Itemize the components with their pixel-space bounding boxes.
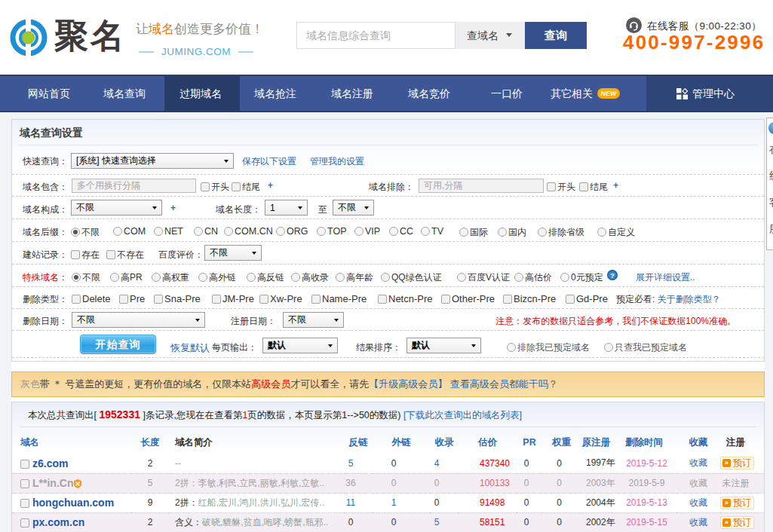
svg-text:?: ? xyxy=(610,271,615,280)
